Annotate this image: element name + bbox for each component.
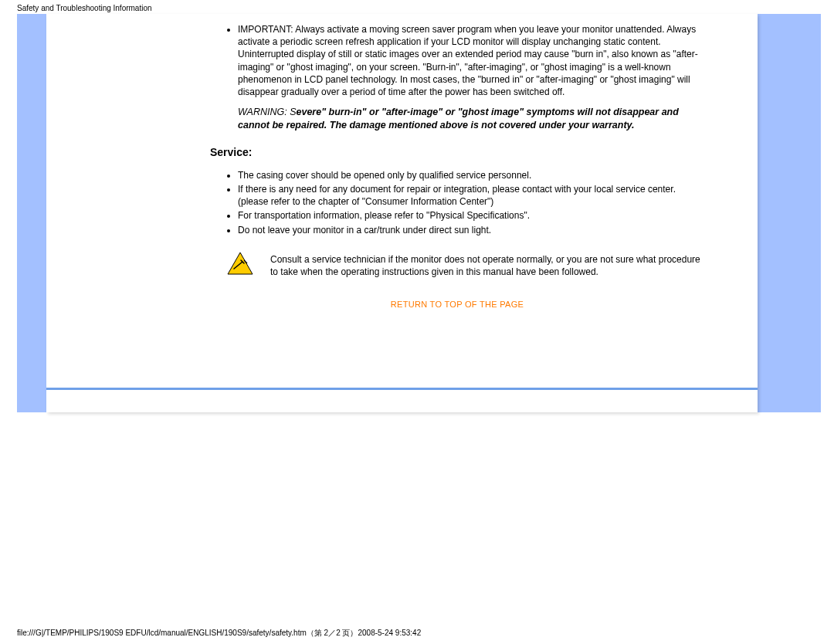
content-panel: IMPORTANT: Always activate a moving scre… [46,14,758,412]
page-header-title: Safety and Troubleshooting Information [17,4,152,12]
service-bullet-list: The casing cover should be opened only b… [210,169,704,236]
background-panel: IMPORTANT: Always activate a moving scre… [17,14,821,412]
return-to-top-link[interactable]: RETURN TO TOP OF THE PAGE [210,300,704,309]
list-item: IMPORTANT: Always activate a moving scre… [238,23,704,98]
important-bullet-list: IMPORTANT: Always activate a moving scre… [210,23,704,98]
list-item: For transportation information, please r… [238,209,704,222]
technician-note-text: Consult a service technician if the moni… [270,252,704,278]
list-item: The casing cover should be opened only b… [238,169,704,181]
warning-cannot: cannot [238,120,270,130]
technician-note-row: Consult a service technician if the moni… [227,252,704,278]
warning-prefix: WARNING: S [238,107,296,117]
warning-part2: disappear and [611,107,679,117]
warning-part1: evere" burn-in" or "after-image" or "gho… [296,107,595,117]
content-wrap: IMPORTANT: Always activate a moving scre… [210,23,704,309]
warning-triangle-icon [227,252,253,278]
service-heading: Service: [210,146,704,158]
footer-file-path: file:///G|/TEMP/PHILIPS/190S9 EDFU/lcd/m… [17,628,421,639]
warning-not: not [595,107,610,117]
list-item: If there is any need for any document fo… [238,183,704,208]
list-item: Do not leave your monitor in a car/trunk… [238,224,704,236]
warning-text: WARNING: Severe" burn-in" or "after-imag… [238,106,704,132]
panel-bottom-border [46,388,758,390]
warning-part3: be repaired. The damage mentioned above … [270,120,635,130]
